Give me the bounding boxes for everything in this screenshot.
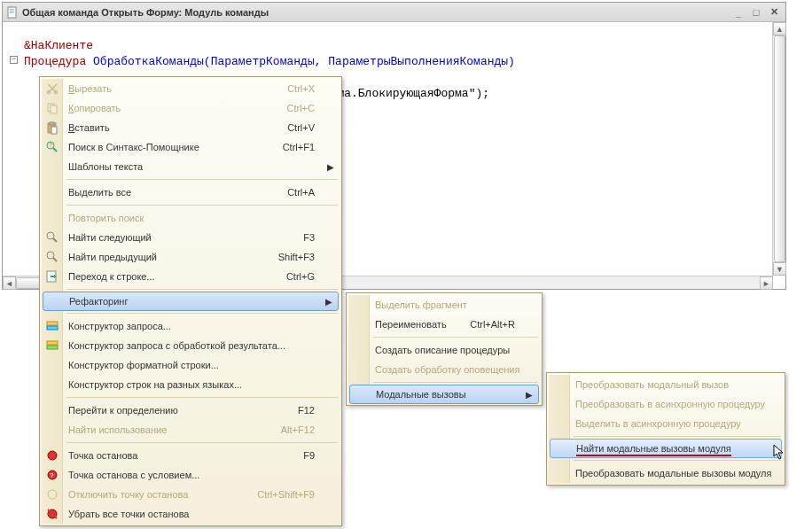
breakpoint-clear-icon [45,507,59,521]
refactoring-submenu: Выделить фрагмент ПереименоватьCtrl+Alt+… [346,292,543,406]
help-search-icon: ? [45,140,59,154]
menu-separator [373,382,538,383]
menu-format-string[interactable]: Конструктор форматной строки... [42,355,340,375]
menu-separator [66,442,338,443]
menu-goto-line[interactable]: Переход к строке...Ctrl+G [42,267,340,286]
menu-separator [66,313,338,314]
menu-lang-string[interactable]: Конструктор строк на разных языках... [42,375,340,394]
menu-separator [66,179,338,180]
svg-point-13 [47,232,54,239]
menu-convert-async[interactable]: Преобразовать в асинхронную процедуру [549,394,783,414]
menu-query-builder[interactable]: Конструктор запроса... [42,316,340,336]
menu-separator [574,460,781,461]
submenu-arrow-icon: ▶ [327,162,334,172]
breakpoint-off-icon [45,487,59,502]
menu-separator [574,436,781,437]
menu-syntax-search[interactable]: ? Поиск в Синтакс-ПомощникеCtrl+F1 [42,137,340,157]
menu-paste[interactable]: ВставитьCtrl+V [42,118,340,137]
menu-breakpoint-disable[interactable]: Отключить точку остановаCtrl+Shift+F9 [42,485,340,504]
svg-text:?: ? [50,471,54,479]
svg-point-20 [48,451,57,460]
menu-breakpoint-cond[interactable]: ? Точка останова с условием... [42,465,340,485]
breakpoint-cond-icon: ? [45,468,59,482]
find-prev-icon [45,250,59,264]
menu-goto-definition[interactable]: Перейти к определениюF12 [42,401,340,420]
scroll-right-icon[interactable]: ► [760,276,773,290]
menu-find-usage[interactable]: Найти использованиеAlt+F12 [42,420,340,440]
svg-rect-2 [10,11,14,12]
svg-rect-17 [47,326,58,330]
svg-rect-3 [10,12,14,13]
copy-icon [45,101,59,115]
menu-modal-calls[interactable]: Модальные вызовы▶ [349,385,539,404]
modal-calls-submenu: Преобразовать модальный вызов Преобразов… [546,372,785,486]
menu-separator [66,397,338,398]
scroll-down-icon[interactable]: ▼ [773,262,786,276]
menu-find-prev[interactable]: Найти предыдущийShift+F3 [42,247,340,267]
menu-breakpoint-clear[interactable]: Убрать все точки останова [42,504,340,524]
svg-point-14 [47,252,54,259]
menu-extract-fragment[interactable]: Выделить фрагмент [348,295,540,315]
query-builder-icon [45,319,59,333]
svg-rect-18 [47,341,58,345]
menu-separator [66,289,338,290]
scroll-thumb-v[interactable] [774,35,785,262]
code-fragment: Форма.БлокирующаяФорма"); [316,87,489,100]
menu-breakpoint[interactable]: Точка остановаF9 [42,446,340,465]
scroll-left-icon[interactable]: ◄ [3,276,16,290]
document-icon [6,6,19,19]
menu-select-async[interactable]: Выделить в асинхронную процедуру [549,414,783,433]
menu-copy[interactable]: КопироватьCtrl+C [42,98,340,118]
menu-separator [373,337,538,338]
svg-rect-7 [51,105,57,113]
find-next-icon [45,230,59,245]
menu-templates[interactable]: Шаблоны текста▶ [42,157,340,176]
scroll-up-icon[interactable]: ▲ [773,22,786,35]
menu-convert-all-modal[interactable]: Преобразовать модальные вызовы модуля [549,463,783,483]
svg-rect-1 [10,9,14,10]
svg-rect-19 [47,346,58,349]
menu-rename[interactable]: ПереименоватьCtrl+Alt+R [348,315,540,334]
code-proc-name: ОбработкаКоманды [93,55,204,68]
code-params: (ПараметрКоманды, ПараметрыВыполненияКом… [204,55,515,68]
menu-cut[interactable]: ВВырезатьырезатьCtrl+X [42,79,340,98]
menu-repeat-search[interactable]: Повторить поиск [42,208,340,228]
menu-select-all[interactable]: Выделить всеCtrl+A [42,183,340,202]
menu-create-notif[interactable]: Создать обработку оповещения [348,360,540,379]
paste-icon [45,121,59,135]
breakpoint-icon [45,448,59,463]
svg-text:?: ? [49,142,52,148]
svg-rect-9 [50,122,54,125]
code-directive: &НаКлиенте [24,39,93,52]
menu-query-builder-result[interactable]: Конструктор запроса с обработкой результ… [42,336,340,355]
svg-rect-16 [47,322,58,325]
fold-minus-icon[interactable]: − [10,56,18,64]
vertical-scrollbar[interactable]: ▲ ▼ [772,22,785,276]
menu-separator [66,205,338,206]
submenu-arrow-icon: ▶ [526,390,533,400]
window-title: Общая команда Открыть Форму: Модуль кома… [22,7,729,18]
maximize-button[interactable]: □ [748,6,764,19]
cut-icon [45,82,59,96]
titlebar: Общая команда Открыть Форму: Модуль кома… [3,3,785,22]
query-builder-result-icon [45,338,59,353]
goto-icon [45,269,59,284]
svg-point-23 [48,490,57,499]
svg-rect-10 [51,127,57,134]
menu-find-next[interactable]: Найти следующийF3 [42,228,340,247]
close-button[interactable]: ✕ [766,6,782,19]
menu-create-desc[interactable]: Создать описание процедуры [348,340,540,360]
code-proc-kw: Процедура [24,55,86,68]
minimize-button[interactable]: _ [730,6,746,19]
menu-find-modal-calls[interactable]: Найти модальные вызовы модуля [550,439,782,458]
menu-refactoring[interactable]: Рефакторинг▶ [43,292,339,311]
submenu-arrow-icon: ▶ [325,297,332,307]
menu-convert-modal[interactable]: Преобразовать модальный вызов [549,375,783,394]
context-menu: ВВырезатьырезатьCtrl+X КопироватьCtrl+C … [39,76,342,526]
